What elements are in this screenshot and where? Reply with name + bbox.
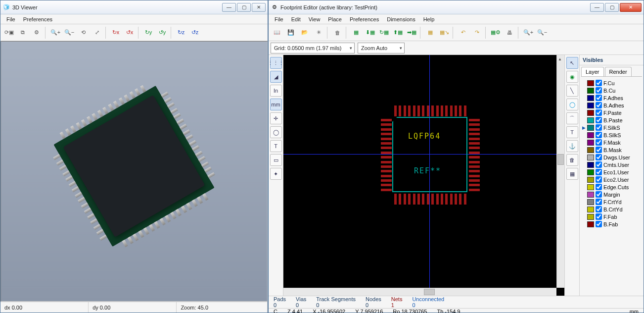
layer-row-Eco1.User[interactable]: Eco1.User [582, 168, 642, 176]
tab-render[interactable]: Render [605, 67, 632, 76]
menu-preferences[interactable]: Preferences [19, 15, 56, 23]
layer-swatch[interactable] [587, 169, 594, 175]
layer-swatch[interactable] [587, 125, 594, 131]
menu-place[interactable]: Place [324, 15, 346, 23]
units-inches-icon[interactable]: In [270, 85, 282, 97]
layer-checkbox[interactable] [596, 191, 602, 198]
layer-checkbox[interactable] [596, 206, 602, 212]
import-footprint-icon[interactable]: ⬆▦ [391, 26, 404, 39]
anchor-icon[interactable]: ⚓ [566, 140, 578, 152]
zoom-in-icon[interactable]: 🔍+ [522, 26, 535, 39]
menu-file[interactable]: File [2, 15, 19, 23]
menu-preferences[interactable]: Preferences [346, 15, 383, 23]
layer-checkbox[interactable] [596, 184, 602, 190]
menu-help[interactable]: Help [419, 15, 439, 23]
layer-row-B.Paste[interactable]: B.Paste [582, 116, 642, 124]
footprint-value-text[interactable]: LQFP64 [408, 132, 441, 141]
layer-row-Eco2.User[interactable]: Eco2.User [582, 176, 642, 183]
layer-checkbox[interactable] [596, 154, 602, 160]
reload-icon[interactable]: ⟳▣ [2, 26, 15, 39]
layer-swatch[interactable] [587, 155, 594, 160]
layer-swatch[interactable] [587, 80, 594, 86]
units-mm-icon[interactable]: mm [270, 99, 282, 110]
layer-swatch[interactable] [587, 214, 594, 220]
layer-swatch[interactable] [587, 207, 594, 212]
layer-row-B.Adhes[interactable]: B.Adhes [582, 102, 642, 109]
close-button[interactable]: ✕ [620, 3, 642, 12]
layer-row-F.Paste[interactable]: F.Paste [582, 109, 642, 116]
insert-footprint2-icon[interactable]: ▦↘ [438, 26, 451, 39]
zoom-out-icon[interactable]: 🔍− [63, 26, 76, 39]
layer-swatch[interactable] [587, 162, 594, 168]
layer-checkbox[interactable] [596, 87, 602, 94]
minimize-button[interactable]: — [590, 3, 604, 12]
layer-checkbox[interactable] [596, 176, 602, 183]
menu-dimensions[interactable]: Dimensions [383, 15, 419, 23]
add-text-icon[interactable]: T [566, 126, 578, 138]
rotate-x-neg-icon[interactable]: ↻x [109, 26, 122, 39]
minimize-button[interactable]: — [222, 3, 236, 12]
add-circle-icon[interactable]: ◯ [566, 99, 578, 110]
layer-row-F.CrtYd[interactable]: F.CrtYd [582, 198, 642, 206]
layer-swatch[interactable] [587, 110, 594, 116]
layer-checkbox[interactable] [596, 117, 602, 123]
maximize-button[interactable]: ▢ [237, 3, 251, 12]
rotate-z-pos-icon[interactable]: ↺z [188, 26, 201, 39]
layer-swatch[interactable] [587, 177, 594, 183]
delete-part-icon[interactable]: 🗑 [331, 26, 344, 39]
layer-checkbox[interactable] [596, 109, 602, 116]
text-outline-icon[interactable]: T [270, 140, 282, 152]
layer-swatch[interactable] [587, 132, 594, 138]
zoom-out-icon[interactable]: 🔍− [536, 26, 549, 39]
insert-footprint-icon[interactable]: ▦ [424, 26, 437, 39]
grid-icon[interactable]: ⋮⋮⋮ [270, 57, 282, 69]
layer-checkbox[interactable] [596, 102, 602, 108]
scrollbar-vertical[interactable]: ▲ [556, 55, 564, 288]
select-tool-icon[interactable]: ↖ [566, 57, 578, 69]
layer-checkbox[interactable] [596, 124, 602, 131]
new-footprint-icon[interactable]: 📖 [271, 26, 283, 39]
layer-row-F.Adhes[interactable]: F.Adhes [582, 94, 642, 102]
menu-file[interactable]: File [271, 15, 287, 23]
layer-row-F.SilkS[interactable]: ▶F.SilkS [582, 124, 642, 131]
layer-checkbox[interactable] [596, 161, 602, 168]
layer-row-B.SilkS[interactable]: B.SilkS [582, 131, 642, 139]
layer-checkbox[interactable] [596, 80, 602, 86]
copy-image-icon[interactable]: ⧉ [16, 26, 29, 39]
footprint-props-icon[interactable]: ▦⚙ [489, 26, 502, 39]
add-arc-icon[interactable]: ⌒ [566, 112, 578, 124]
layer-swatch[interactable] [587, 199, 594, 205]
layer-row-B.Fab[interactable]: B.Fab [582, 220, 642, 228]
new-part-icon[interactable]: ✳ [312, 26, 325, 39]
layer-row-Edge.Cuts[interactable]: Edge.Cuts [582, 183, 642, 191]
rotate-x-pos-icon[interactable]: ↺x [123, 26, 136, 39]
layer-swatch[interactable] [587, 95, 594, 101]
cursor-shape-icon[interactable]: ✛ [270, 112, 282, 124]
delete-icon[interactable]: 🗑 [566, 154, 578, 166]
menu-view[interactable]: View [305, 15, 324, 23]
undo-icon[interactable]: ↶ [457, 26, 469, 39]
zoom-in-icon[interactable]: 🔍+ [49, 26, 62, 39]
layer-row-F.Mask[interactable]: F.Mask [582, 139, 642, 146]
export-footprint-icon[interactable]: ➡▦ [405, 26, 418, 39]
layer-row-B.CrtYd[interactable]: B.CrtYd [582, 206, 642, 213]
scrollbar-horizontal[interactable] [283, 288, 556, 296]
layer-checkbox[interactable] [596, 95, 602, 101]
close-button[interactable]: ✕ [252, 3, 266, 12]
layer-checkbox[interactable] [596, 213, 602, 220]
open-library-icon[interactable]: 📂 [298, 26, 311, 39]
layer-swatch[interactable] [587, 221, 594, 227]
layer-checkbox[interactable] [596, 221, 602, 227]
titlebar-fp[interactable]: ⚙ Footprint Editor (active library: Test… [269, 0, 644, 14]
zoom-fit-icon[interactable]: ⤢ [91, 26, 103, 39]
maximize-button[interactable]: ▢ [605, 3, 619, 12]
redraw-icon[interactable]: ⟲ [77, 26, 90, 39]
layer-swatch[interactable] [587, 192, 594, 198]
layer-row-F.Fab[interactable]: F.Fab [582, 213, 642, 220]
footprint-wizard-icon[interactable]: ▦ [350, 26, 363, 39]
layer-row-Cmts.User[interactable]: Cmts.User [582, 161, 642, 168]
layer-row-Dwgs.User[interactable]: Dwgs.User [582, 154, 642, 161]
grid-combo[interactable]: Grid: 0.0500 mm (1.97 mils) [271, 43, 355, 53]
rotate-z-neg-icon[interactable]: ↻z [175, 26, 187, 39]
menu-edit[interactable]: Edit [287, 15, 305, 23]
